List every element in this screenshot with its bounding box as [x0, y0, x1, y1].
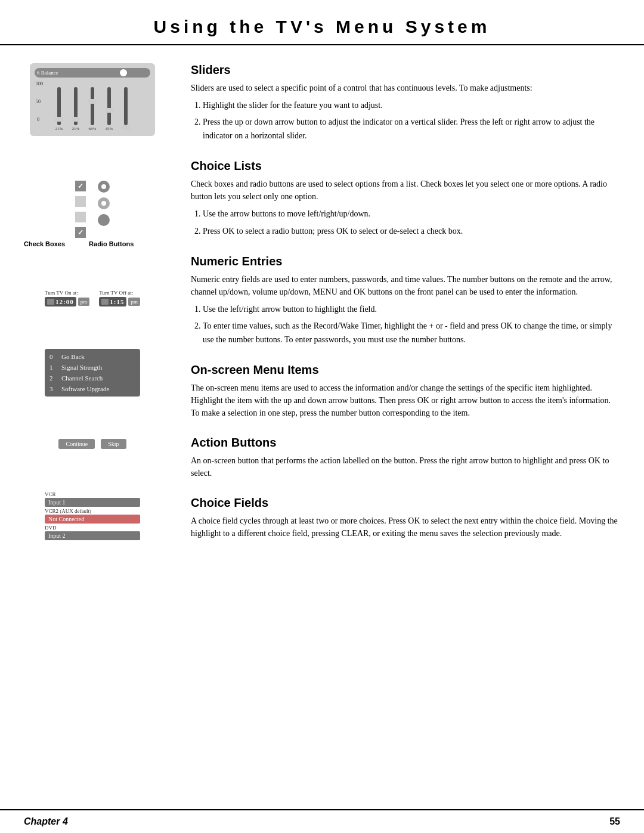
choice-lists-step-1: Use the arrow buttons to move left/right… — [203, 208, 620, 221]
choice-lists-heading: Choice Lists — [191, 159, 620, 173]
cf-label-vcr: VCR — [45, 491, 140, 497]
slider-knob-2 — [72, 117, 80, 122]
radio-buttons-col — [98, 181, 110, 226]
text-column: Sliders Sliders are used to select a spe… — [179, 63, 620, 562]
menu-item-2: 2 Channel Search — [45, 373, 140, 383]
time-off-value: 1:15 — [110, 298, 124, 305]
main-content: 6 Balance 100 50 0 21% — [0, 63, 644, 562]
slider-pct-2: 21% — [72, 126, 80, 131]
menu-item-0: 0 Go Back — [45, 351, 140, 362]
cb-item-1 — [75, 181, 86, 191]
sliders-row: 21% 21% 68% — [35, 83, 150, 131]
cf-label-dvd: DVD — [45, 525, 140, 531]
sliders-illustration: 6 Balance 100 50 0 21% — [24, 63, 161, 136]
slider-pct-1: 21% — [55, 126, 63, 131]
choice-lists-illustration: Check Boxes Radio Buttons — [24, 175, 161, 247]
footer-chapter: Chapter 4 — [24, 816, 68, 827]
balance-knob — [120, 69, 127, 76]
time-on-input: 12:00 — [45, 297, 76, 306]
section-numeric: Numeric Entries Numeric entry fields are… — [191, 255, 620, 346]
sliders-steps: Highlight the slider for the feature you… — [203, 99, 620, 143]
time-on-ampm: pm — [78, 298, 90, 306]
slider-0: 0 — [37, 117, 39, 122]
sliders-step-2: Press the up or down arrow button to adj… — [203, 116, 620, 143]
sliders-box: 6 Balance 100 50 0 21% — [30, 63, 155, 136]
radio-filled-1 — [98, 181, 110, 193]
numeric-heading: Numeric Entries — [191, 255, 620, 268]
time-off-ampm: pm — [128, 298, 140, 306]
numeric-intro: Numeric entry fields are used to enter n… — [191, 273, 620, 298]
action-buttons-heading: Action Buttons — [191, 436, 620, 450]
cb-item-2 — [75, 196, 86, 207]
slider-1: 21% — [52, 83, 66, 131]
choice-fields-box: VCR Input 1 VCR2 (AUX default) Not Conne… — [45, 491, 140, 541]
action-buttons-intro: An on-screen button that performs the ac… — [191, 454, 620, 479]
page-footer: Chapter 4 55 — [0, 809, 644, 833]
numeric-step-1: Use the left/right arrow button to highl… — [203, 303, 620, 316]
menu-items-box: 0 Go Back 1 Signal Strength 2 Channel Se… — [45, 349, 140, 397]
menu-item-1: 1 Signal Strength — [45, 362, 140, 373]
numeric-illustration: Turn TV On at: 12:00 pm Turn TV Off at: — [24, 286, 161, 306]
cb-item-4 — [75, 227, 86, 238]
action-btn-box: Continue Skip — [58, 439, 126, 449]
cf-value-vcr: Input 1 — [45, 498, 140, 507]
menu-num-2: 2 — [49, 374, 58, 382]
onscreen-menu-heading: On-screen Menu Items — [191, 363, 620, 377]
time-on-icon — [47, 299, 54, 305]
illustrations-column: 6 Balance 100 50 0 21% — [24, 63, 161, 562]
menu-item-3: 3 Software Upgrade — [45, 383, 140, 394]
page-title: Using the TV's Menu System — [24, 17, 620, 37]
slider-4: 45% — [103, 83, 116, 131]
onscreen-menu-intro: The on-screen menu items are used to acc… — [191, 382, 620, 419]
choice-fields-intro: A choice field cycles through at least t… — [191, 515, 620, 540]
choice-box — [75, 181, 110, 238]
slider-knob-5 — [122, 125, 130, 130]
menu-text-2: Channel Search — [61, 374, 103, 382]
balance-bar: 6 Balance — [35, 68, 150, 78]
section-onscreen-menu: On-screen Menu Items The on-screen menu … — [191, 363, 620, 419]
section-action-buttons: Action Buttons An on-screen button that … — [191, 436, 620, 479]
cb-item-3 — [75, 212, 86, 222]
choice-lists-steps: Use the arrow buttons to move left/right… — [203, 208, 620, 238]
choice-lists-step-2: Press OK to select a radio button; press… — [203, 225, 620, 238]
checkbox-empty-2 — [75, 212, 86, 222]
choice-lists-intro: Check boxes and radio buttons are used t… — [191, 178, 620, 203]
checkbox-checked-2 — [75, 227, 86, 238]
menu-text-3: Software Upgrade — [61, 385, 109, 392]
radio-filled-2 — [98, 197, 110, 209]
menu-num-3: 3 — [49, 385, 58, 392]
time-off-group: Turn TV Off at: 1:15 pm — [99, 290, 140, 306]
time-on-row: 12:00 pm — [45, 297, 89, 306]
slider-50: 50 — [36, 99, 41, 104]
slider-100: 100 — [36, 81, 43, 86]
choice-fields-heading: Choice Fields — [191, 496, 620, 510]
check-boxes-col — [75, 181, 86, 238]
choice-labels: Check Boxes Radio Buttons — [24, 240, 161, 247]
balance-num: 6 Balance — [37, 70, 58, 76]
cf-label-vcr2: VCR2 (AUX default) — [45, 508, 140, 514]
numeric-step-2: To enter time values, such as the Record… — [203, 320, 620, 346]
turn-on-label: Turn TV On at: — [45, 290, 78, 296]
action-buttons-illustration: Continue Skip — [24, 435, 161, 449]
footer-page-number: 55 — [609, 816, 620, 827]
menu-items-illustration: 0 Go Back 1 Signal Strength 2 Channel Se… — [24, 345, 161, 397]
sliders-step-1: Highlight the slider for the feature you… — [203, 99, 620, 112]
time-off-row: 1:15 pm — [99, 297, 140, 306]
menu-text-0: Go Back — [61, 353, 85, 360]
cf-value-dvd: Input 2 — [45, 531, 140, 540]
time-on-value: 12:00 — [55, 298, 74, 305]
time-on-group: Turn TV On at: 12:00 pm — [45, 290, 89, 306]
menu-text-1: Signal Strength — [61, 364, 102, 371]
slider-knob-4 — [105, 108, 113, 113]
skip-button: Skip — [101, 439, 126, 449]
slider-pct-4: 45% — [106, 126, 113, 131]
slider-3: 68% — [86, 83, 99, 131]
radio-buttons-label: Radio Buttons — [89, 240, 134, 247]
checkbox-checked-1 — [75, 181, 86, 191]
slider-2: 21% — [69, 83, 82, 131]
time-box: Turn TV On at: 12:00 pm Turn TV Off at: — [45, 290, 140, 306]
menu-num-0: 0 — [49, 353, 58, 360]
sliders-intro: Sliders are used to select a specific po… — [191, 82, 620, 94]
radio-empty-1 — [98, 214, 110, 226]
page-header: Using the TV's Menu System — [0, 0, 644, 45]
